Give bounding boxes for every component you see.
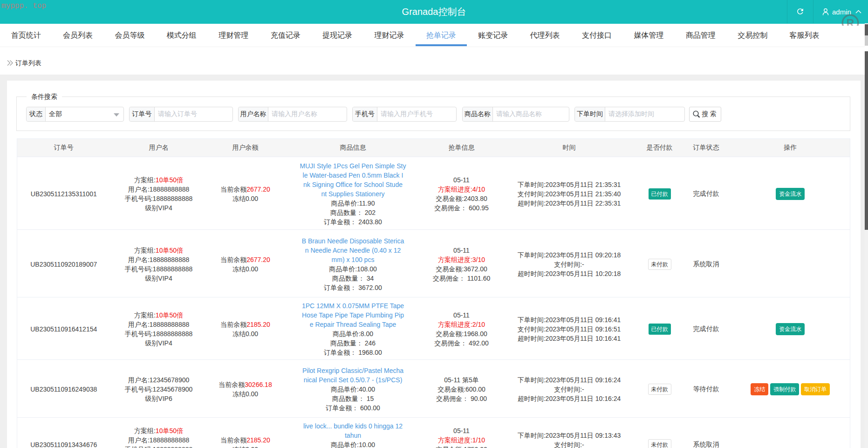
- svg-text:R: R: [847, 17, 854, 26]
